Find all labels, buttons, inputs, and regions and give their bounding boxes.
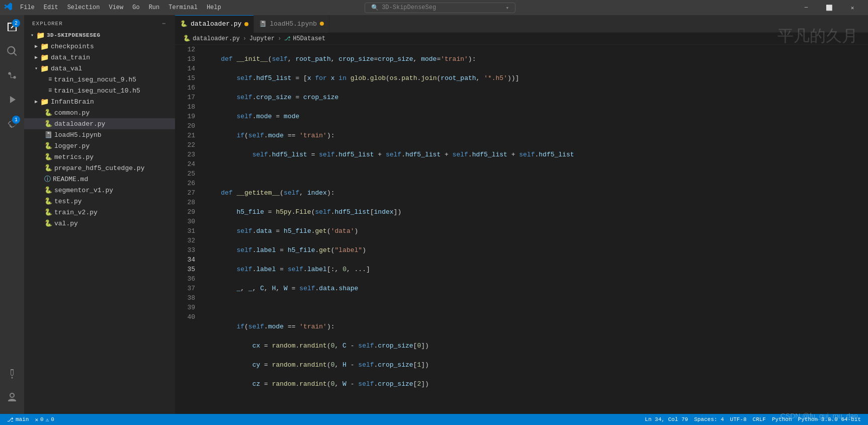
sidebar-item-preparepy[interactable]: 🐍 prepare_hdf5_cutedge.py: [24, 162, 175, 174]
tab-loadh5[interactable]: 📓 loadH5.ipynb: [254, 15, 329, 33]
status-eol[interactable]: CRLF: [750, 414, 769, 425]
vscode-icon: [4, 3, 12, 13]
metricspy-label: metrics.py: [54, 153, 94, 161]
menu-file[interactable]: File: [16, 3, 39, 12]
sidebar-item-metricspy[interactable]: 🐍 metrics.py: [24, 151, 175, 162]
editor-area: 🐍 dataloader.py 📓 loadH5.ipynb 🐍 dataloa…: [175, 15, 868, 414]
status-encoding[interactable]: UTF-8: [727, 414, 750, 425]
spaces-text: Spaces: 4: [694, 416, 724, 422]
sidebar-item-valpy[interactable]: 🐍 val.py: [24, 218, 175, 229]
tab-dataloader[interactable]: 🐍 dataloader.py: [175, 15, 254, 33]
ln-34: 34: [179, 255, 195, 265]
ln-13: 13: [179, 54, 195, 64]
code-line-25: [205, 303, 868, 312]
sidebar-item-train9[interactable]: ≡ train_iseg_nocut_9.h5: [24, 74, 175, 85]
sidebar-header: EXPLORER ⋯: [24, 15, 175, 30]
sidebar-root-folder[interactable]: ▾ 📁 3D-SKIPDENSESEG: [24, 30, 175, 41]
ln-27: 27: [179, 188, 195, 198]
account-activity-icon[interactable]: [0, 386, 24, 410]
testpy-label: test.py: [54, 198, 82, 205]
sidebar-item-loadh5[interactable]: 📓 loadH5.ipynb: [24, 129, 175, 140]
data-val-arrow: ▾: [32, 65, 40, 71]
code-editor[interactable]: 12 13 14 15 16 17 18 19 20 21 22 23 24 2…: [175, 45, 868, 414]
search-activity-icon[interactable]: [0, 39, 24, 63]
sidebar-item-infantbrain[interactable]: ▶ 📁 InfantBrain: [24, 96, 175, 107]
status-language[interactable]: Python: [769, 414, 795, 425]
sidebar-item-loggerpy[interactable]: 🐍 logger.py: [24, 140, 175, 151]
menu-go[interactable]: Go: [128, 3, 143, 12]
preparepy-label: prepare_hdf5_cutedge.py: [54, 164, 144, 172]
ln-26: 26: [179, 179, 195, 188]
status-position[interactable]: Ln 34, Col 79: [642, 414, 691, 425]
sidebar-item-segmentorpy[interactable]: 🐍 segmentor_v1.py: [24, 185, 175, 196]
ln-36: 36: [179, 274, 195, 284]
menu-help[interactable]: Help: [203, 3, 225, 12]
maximize-button[interactable]: ⬜: [818, 0, 841, 15]
breadcrumb: 🐍 dataloader.py › Jupyter › ⎇ H5Dataset: [175, 33, 868, 45]
explorer-activity-icon[interactable]: 2: [0, 15, 24, 39]
breadcrumb-file-icon: 🐍: [183, 35, 191, 42]
breadcrumb-jupyter[interactable]: Jupyter: [249, 35, 275, 42]
menu-run[interactable]: Run: [145, 3, 164, 12]
ln-17: 17: [179, 93, 195, 102]
testpy-icon: 🐍: [44, 197, 52, 205]
breadcrumb-class[interactable]: H5Dataset: [293, 35, 325, 42]
ln-39: 39: [179, 303, 195, 312]
ln-24: 24: [179, 159, 195, 169]
status-branch[interactable]: ⎇ main: [4, 414, 32, 425]
sidebar-item-commonpy[interactable]: 🐍 common.py: [24, 107, 175, 118]
window-controls: ─ ⬜ ✕: [795, 0, 864, 15]
sidebar-more-icon[interactable]: ⋯: [161, 19, 167, 28]
menu-edit[interactable]: Edit: [40, 3, 62, 12]
search-dropdown-icon: ▾: [506, 5, 509, 11]
testing-activity-icon[interactable]: [0, 362, 24, 386]
valpy-label: val.py: [54, 220, 78, 227]
warning-count: 0: [51, 416, 54, 422]
extensions-badge: 1: [12, 116, 20, 124]
trainv2py-label: train_v2.py: [54, 209, 98, 216]
menu-selection[interactable]: Selection: [63, 3, 104, 12]
menu-view[interactable]: View: [105, 3, 127, 12]
status-spaces[interactable]: Spaces: 4: [691, 414, 727, 425]
code-line-14: self.crop_size = crop_size: [205, 93, 868, 102]
sidebar-item-data-train[interactable]: ▶ 📁 data_train: [24, 52, 175, 63]
sidebar: EXPLORER ⋯ ▾ 📁 3D-SKIPDENSESEG ▶ 📁 check…: [24, 15, 175, 414]
sidebar-item-readme[interactable]: ⓘ README.md: [24, 174, 175, 185]
ln-33: 33: [179, 245, 195, 255]
status-errors[interactable]: ✕ 0 ⚠ 0: [32, 414, 57, 425]
loggerpy-icon: 🐍: [44, 142, 52, 150]
source-control-activity-icon[interactable]: [0, 63, 24, 88]
sidebar-item-checkpoints[interactable]: ▶ 📁 checkpoints: [24, 41, 175, 52]
status-python-version[interactable]: Python 3.8.0 64-bit: [795, 414, 864, 425]
data-train-arrow: ▶: [32, 54, 40, 60]
extensions-activity-icon[interactable]: 1: [0, 112, 24, 136]
metricspy-icon: 🐍: [44, 153, 52, 161]
ln-16: 16: [179, 83, 195, 93]
run-debug-activity-icon[interactable]: [0, 88, 24, 112]
ln-21: 21: [179, 131, 195, 140]
sidebar-item-trainv2py[interactable]: 🐍 train_v2.py: [24, 207, 175, 218]
minimize-button[interactable]: ─: [795, 0, 818, 15]
tabs-bar: 🐍 dataloader.py 📓 loadH5.ipynb: [175, 15, 868, 33]
loadh5-icon: 📓: [44, 131, 52, 139]
ln-38: 38: [179, 293, 195, 303]
menu-terminal[interactable]: Terminal: [164, 3, 202, 12]
close-button[interactable]: ✕: [841, 0, 864, 15]
explorer-badge: 2: [12, 19, 20, 27]
sidebar-item-dataloaderpy[interactable]: 🐍 dataloader.py: [24, 118, 175, 129]
eol-text: CRLF: [753, 416, 766, 422]
breadcrumb-file[interactable]: dataloader.py: [193, 35, 240, 42]
language-text: Python: [772, 416, 792, 422]
svg-point-0: [9, 72, 11, 75]
data-train-label: data_train: [51, 54, 90, 61]
breadcrumb-sep1: ›: [243, 35, 246, 42]
search-bar[interactable]: 🔍 3D-SkipDenseSeg ▾: [365, 3, 515, 13]
code-line-26: if(self.mode == 'train'):: [205, 322, 868, 331]
sidebar-item-data-val[interactable]: ▾ 📁 data_val: [24, 63, 175, 74]
code-line-17: self.hdf5_list = self.hdf5_list + self.h…: [205, 150, 868, 159]
sidebar-item-testpy[interactable]: 🐍 test.py: [24, 196, 175, 207]
code-line-18: [205, 169, 868, 179]
sidebar-item-train10[interactable]: ≡ train_iseg_nocut_10.h5: [24, 85, 175, 96]
readme-icon: ⓘ: [44, 175, 51, 184]
readme-label: README.md: [53, 176, 88, 183]
